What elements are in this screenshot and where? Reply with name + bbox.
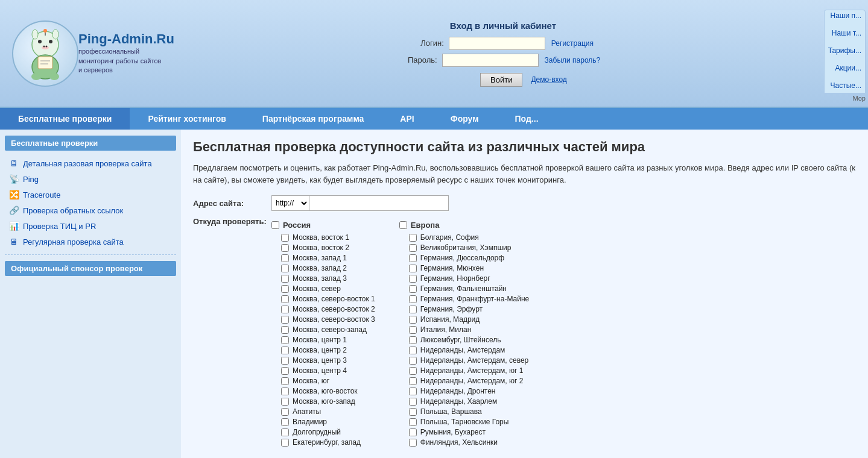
logo-subtitle: профессиональный мониторинг работы сайто… [78,47,163,75]
check-europe-2[interactable] [409,254,417,262]
right-link-2[interactable]: Наши т... [828,29,861,37]
check-russia-11[interactable] [281,347,289,354]
russia-all-checkbox[interactable] [271,221,279,229]
check-russia-2[interactable] [281,254,289,262]
logo-area: Ping-Admin.Ru профессиональный мониторин… [0,20,186,87]
check-item: Германия, Мюнхен [399,264,529,272]
check-russia-10[interactable] [281,336,289,344]
nav-more[interactable]: Под... [497,108,557,130]
check-russia-15[interactable] [281,387,289,395]
check-russia-19[interactable] [281,428,289,436]
sidebar-item-backlinks[interactable]: 🔗 Проверка обратных ссылок [5,202,176,218]
sponsor-title: Официальный спонсор проверок [5,261,176,276]
europe-all-checkbox[interactable] [399,221,407,229]
right-link-5[interactable]: Частые... [828,81,861,90]
nav-partner[interactable]: Партнёрская программа [244,108,382,130]
check-russia-13[interactable] [281,367,289,375]
check-europe-10[interactable] [409,336,417,344]
logo-title[interactable]: Ping-Admin.Ru [78,31,174,47]
svg-point-4 [32,30,38,39]
nav-forum[interactable]: Форум [432,108,497,130]
check-item: Москва, запад 2 [271,264,375,272]
check-russia-8[interactable] [281,316,289,324]
check-europe-11[interactable] [409,347,417,354]
europe-column: Европа Болгария, София Великобритания, Х… [399,221,529,448]
sidebar-item-ping[interactable]: 📡 Ping [5,171,176,187]
password-input[interactable] [442,54,539,67]
europe-section-label: Европа [399,221,529,230]
check-europe-14[interactable] [409,377,417,385]
login-title: Вход в личный кабинет [450,20,556,31]
check-europe-5[interactable] [409,285,417,293]
check-item: Польша, Тарновские Горы [399,418,529,426]
check-item: Люксембург, Штейнсель [399,336,529,344]
check-item: Румыния, Бухарест [399,428,529,436]
check-russia-20[interactable] [281,439,289,447]
sidebar-item-traceroute[interactable]: 🔀 Traceroute [5,187,176,202]
check-europe-7[interactable] [409,306,417,313]
check-item: Нидерланды, Амстердам, юг 1 [399,366,529,375]
svg-point-14 [43,29,47,33]
check-item: Германия, Нюрнберг [399,274,529,283]
check-russia-7[interactable] [281,306,289,313]
check-russia-1[interactable] [281,244,289,252]
svg-point-2 [49,40,52,43]
check-russia-14[interactable] [281,377,289,385]
check-russia-18[interactable] [281,418,289,426]
check-russia-5[interactable] [281,285,289,293]
right-link-1[interactable]: Наши п... [828,11,861,20]
check-item: Москва, северо-запад [271,325,375,334]
check-europe-15[interactable] [409,387,417,395]
check-europe-16[interactable] [409,398,417,406]
url-input[interactable] [309,196,448,210]
sidebar: Бесплатные проверки 🖥 Детальная разовая … [0,130,181,458]
check-item: Долгопрудный [271,428,375,436]
check-russia-12[interactable] [281,357,289,365]
check-russia-4[interactable] [281,275,289,283]
check-europe-6[interactable] [409,295,417,303]
check-russia-17[interactable] [281,408,289,416]
right-link-3[interactable]: Тарифы... [828,46,861,55]
check-europe-13[interactable] [409,367,417,375]
nav-api[interactable]: API [382,108,432,130]
check-europe-1[interactable] [409,244,417,252]
check-europe-17[interactable] [409,408,417,416]
check-europe-0[interactable] [409,234,417,242]
check-russia-9[interactable] [281,326,289,334]
check-europe-8[interactable] [409,316,417,324]
sidebar-item-regular[interactable]: 🖥 Регулярная проверка сайта [5,234,176,249]
check-europe-3[interactable] [409,265,417,272]
link-icon: 🔗 [8,205,19,216]
forgot-link[interactable]: Забыли пароль? [545,56,601,64]
sidebar-item-detail[interactable]: 🖥 Детальная разовая проверка сайта [5,155,176,171]
page-description: Предлагаем посмотреть и оценить, как раб… [193,162,856,186]
password-row: Пароль: Забыли пароль? [406,54,601,67]
demo-link[interactable]: Демо-вход [531,75,566,84]
protocol-select[interactable]: http:// https:// [272,196,309,210]
login-row: Логин: Регистрация [413,37,594,50]
check-europe-4[interactable] [409,275,417,283]
check-europe-9[interactable] [409,326,417,334]
check-item: Москва, восток 1 [271,233,375,242]
check-russia-16[interactable] [281,398,289,406]
check-europe-19[interactable] [409,428,417,436]
nav-free-checks[interactable]: Бесплатные проверки [0,108,130,130]
check-europe-20[interactable] [409,439,417,447]
right-panel: Наши п... Наши т... Тарифы... Акции... Ч… [820,5,868,102]
right-link-4[interactable]: Акции... [828,64,861,72]
nav-hosting-rating[interactable]: Рейтинг хостингов [130,108,244,130]
check-item: Германия, Франкфурт-на-Майне [399,295,529,303]
svg-point-12 [31,73,41,80]
check-item: Нидерланды, Амстердам, юг 2 [399,377,529,385]
login-input[interactable] [449,37,545,50]
check-europe-12[interactable] [409,357,417,365]
check-russia-3[interactable] [281,265,289,272]
nav-bar: Бесплатные проверки Рейтинг хостингов Па… [0,108,868,130]
check-europe-18[interactable] [409,418,417,426]
register-link[interactable]: Регистрация [551,39,594,48]
sidebar-item-tic[interactable]: 📊 Проверка ТИЦ и PR [5,218,176,234]
check-russia-0[interactable] [281,234,289,242]
login-button[interactable]: Войти [480,73,522,87]
check-item: Германия, Эрфурт [399,305,529,313]
check-russia-6[interactable] [281,295,289,303]
